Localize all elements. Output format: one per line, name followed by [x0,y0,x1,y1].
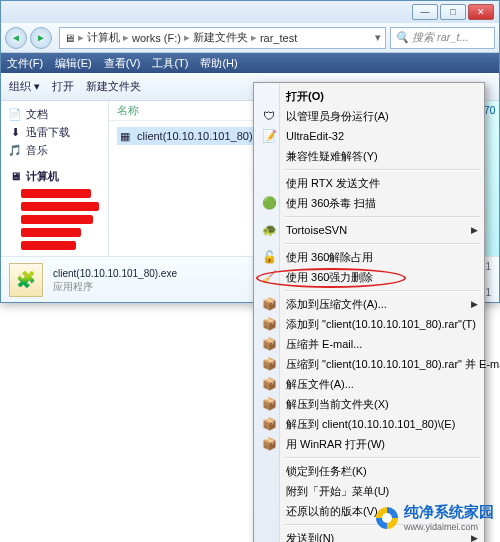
archive-icon: 📦 [261,397,277,411]
crumb-folder2[interactable]: rar_test [260,32,297,44]
ctx-compress-email[interactable]: 📦压缩并 E-mail... [256,334,482,354]
search-icon: 🔍 [395,31,409,44]
watermark-logo-icon [376,507,398,529]
ctx-add-to-rar[interactable]: 📦添加到 "client(10.10.10.101_80).rar"(T) [256,314,482,334]
tortoise-icon: 🐢 [261,223,277,237]
ctx-pin-start[interactable]: 附到「开始」菜单(U) [256,481,482,501]
ctx-compat[interactable]: 兼容性疑难解答(Y) [256,146,482,166]
unlock-icon: 🔓 [261,250,277,264]
exe-icon: ▦ [117,130,133,143]
titlebar: — □ ✕ [1,1,499,23]
sidebar-item-label: 计算机 [26,169,59,184]
archive-icon: 📦 [261,337,277,351]
sidebar-item-thunder[interactable]: ⬇迅雷下载 [7,123,102,141]
archive-icon: 📦 [261,357,277,371]
sidebar-item-label: 音乐 [26,143,48,158]
ctx-open-winrar[interactable]: 📦用 WinRAR 打开(W) [256,434,482,454]
details-filetype: 应用程序 [53,280,177,293]
ctx-pin-taskbar[interactable]: 锁定到任务栏(K) [256,461,482,481]
archive-icon: 📦 [261,297,277,311]
archive-icon: 📦 [261,437,277,451]
menu-tools[interactable]: 工具(T) [152,56,188,71]
sidebar-item-label: 迅雷下载 [26,125,70,140]
redacted-drive [21,241,76,250]
360-icon: 🟢 [261,196,277,210]
ctx-rtx-send[interactable]: 使用 RTX 发送文件 [256,173,482,193]
menubar: 文件(F) 编辑(E) 查看(V) 工具(T) 帮助(H) [1,53,499,73]
sidebar-item-music[interactable]: 🎵音乐 [7,141,102,159]
menu-edit[interactable]: 编辑(E) [55,56,92,71]
sidebar: 📄文档 ⬇迅雷下载 🎵音乐 🖥计算机 [1,101,109,256]
watermark-url: www.yidaimei.com [404,522,494,532]
computer-icon: 🖥 [64,32,75,44]
file-thumb-icon: 🧩 [9,263,43,297]
close-button[interactable]: ✕ [468,4,494,20]
archive-icon: 📦 [261,317,277,331]
organize-button[interactable]: 组织 ▾ [9,79,40,94]
address-bar[interactable]: 🖥 ▸计算机 ▸works (F:) ▸新建文件夹 ▸rar_test ▾ [59,27,386,49]
music-icon: 🎵 [7,144,23,157]
ctx-extract-to[interactable]: 📦解压到 client(10.10.10.101_80)\(E) [256,414,482,434]
redacted-drive [21,202,99,211]
archive-icon: 📦 [261,377,277,391]
computer-icon: 🖥 [7,170,23,182]
context-menu: 打开(O) 🛡以管理员身份运行(A) 📝UltraEdit-32 兼容性疑难解答… [253,82,485,542]
minimize-button[interactable]: — [412,4,438,20]
redacted-drive [21,215,93,224]
redacted-drive [21,228,81,237]
search-placeholder: 搜索 rar_t... [412,30,469,45]
search-box[interactable]: 🔍 搜索 rar_t... [390,27,495,49]
sidebar-item-label: 文档 [26,107,48,122]
menu-view[interactable]: 查看(V) [104,56,141,71]
ctx-360-force-delete[interactable]: 🧹使用 360强力删除 [256,267,482,287]
watermark: 纯净系统家园 www.yidaimei.com [376,503,494,532]
menu-help[interactable]: 帮助(H) [200,56,237,71]
redacted-drive [21,189,91,198]
archive-icon: 📦 [261,417,277,431]
crumb-drive[interactable]: works (F:) [132,32,181,44]
ctx-add-to-archive[interactable]: 📦添加到压缩文件(A)...▶ [256,294,482,314]
ctx-360-scan[interactable]: 🟢使用 360杀毒 扫描 [256,193,482,213]
crumb-computer[interactable]: 计算机 [87,30,120,45]
crumb-folder1[interactable]: 新建文件夹 [193,30,248,45]
download-icon: ⬇ [7,126,23,139]
navbar: ◄ ► 🖥 ▸计算机 ▸works (F:) ▸新建文件夹 ▸rar_test … [1,23,499,53]
sidebar-item-docs[interactable]: 📄文档 [7,105,102,123]
ctx-open[interactable]: 打开(O) [256,86,482,106]
ultraedit-icon: 📝 [261,129,277,143]
sidebar-item-computer[interactable]: 🖥计算机 [7,167,102,185]
details-filename: client(10.10.10.101_80).exe [53,267,177,280]
ctx-360-unlock[interactable]: 🔓使用 360解除占用 [256,247,482,267]
open-button[interactable]: 打开 [52,79,74,94]
menu-file[interactable]: 文件(F) [7,56,43,71]
broom-icon: 🧹 [261,270,277,284]
shield-icon: 🛡 [261,109,277,123]
back-button[interactable]: ◄ [5,27,27,49]
document-icon: 📄 [7,108,23,121]
ctx-compress-rar-email[interactable]: 📦压缩到 "client(10.10.10.101_80).rar" 并 E-m… [256,354,482,374]
ctx-ultraedit[interactable]: 📝UltraEdit-32 [256,126,482,146]
ctx-run-as-admin[interactable]: 🛡以管理员身份运行(A) [256,106,482,126]
maximize-button[interactable]: □ [440,4,466,20]
new-folder-button[interactable]: 新建文件夹 [86,79,141,94]
ctx-extract[interactable]: 📦解压文件(A)... [256,374,482,394]
ctx-tortoisesvn[interactable]: 🐢TortoiseSVN▶ [256,220,482,240]
forward-button[interactable]: ► [30,27,52,49]
watermark-title: 纯净系统家园 [404,503,494,520]
ctx-extract-here[interactable]: 📦解压到当前文件夹(X) [256,394,482,414]
